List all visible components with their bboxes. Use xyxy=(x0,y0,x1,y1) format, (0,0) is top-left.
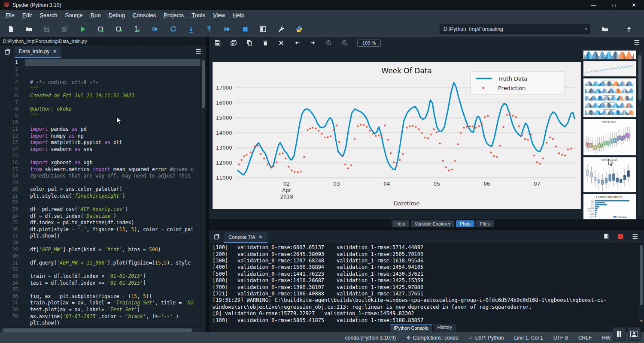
svg-text:Prediction: Prediction xyxy=(498,85,526,91)
save-plot-icon[interactable] xyxy=(214,39,221,46)
working-directory-combobox[interactable]: D:\Python_Imp\Forcasting ▾ xyxy=(440,24,590,34)
code-line: @author: okokp xyxy=(25,106,206,113)
run-selection-icon[interactable] xyxy=(128,23,146,36)
save-all-plots-icon[interactable] xyxy=(230,39,237,46)
pause-icon[interactable] xyxy=(613,327,626,341)
pane-tab-plots[interactable]: Plots xyxy=(456,220,474,227)
remove-plot-icon[interactable] xyxy=(262,39,269,46)
svg-text:hour: hour xyxy=(591,206,595,208)
line-number-gutter: 1234567891011121314151617181920212223242… xyxy=(0,58,25,327)
pane-tab-files[interactable]: Files xyxy=(476,220,494,227)
chevron-down-icon[interactable]: ▾ xyxy=(583,27,589,31)
minimize-icon[interactable]: — xyxy=(583,0,604,10)
run-cell-icon[interactable] xyxy=(92,23,110,36)
stop-icon[interactable] xyxy=(236,23,254,36)
menu-edit[interactable]: Edit xyxy=(18,10,36,21)
tab-ipython-console[interactable]: IPython Console xyxy=(390,324,432,332)
menu-projects[interactable]: Projects xyxy=(160,10,188,21)
continue-icon[interactable] xyxy=(218,23,236,36)
run-current-line-icon[interactable] xyxy=(164,23,182,36)
thumbnails-scrollbar[interactable] xyxy=(638,50,642,216)
svg-text:03: 03 xyxy=(334,181,340,187)
interrupt-kernel-icon[interactable] xyxy=(618,233,623,241)
console-line: [600] validation_0-rmse:1410.26687 valid… xyxy=(213,277,638,284)
console-pane: Console 7/A ✕ ☰ [100] validation_0-rmse:… xyxy=(209,230,644,332)
code-line: #predictions that are way off, may need … xyxy=(25,173,206,180)
run-cell-advance-icon[interactable] xyxy=(110,23,128,36)
open-file-icon[interactable] xyxy=(20,23,38,36)
save-all-icon[interactable] xyxy=(56,23,74,36)
previous-plot-icon[interactable] xyxy=(294,39,301,46)
menu-run[interactable]: Run xyxy=(87,10,105,21)
code-line: import pandas as pd xyxy=(25,126,206,133)
copy-console-icon[interactable] xyxy=(603,233,609,241)
plots-options-menu-icon[interactable]: ☰ xyxy=(634,39,640,47)
menu-view[interactable]: View xyxy=(209,10,229,21)
menu-file[interactable]: File xyxy=(2,10,18,21)
menu-consoles[interactable]: Consoles xyxy=(129,10,160,21)
svg-text:17000: 17000 xyxy=(216,85,232,91)
code-line: """ xyxy=(25,86,206,93)
menu-help[interactable]: Help xyxy=(229,10,248,21)
menu-tools[interactable]: Tools xyxy=(188,10,209,21)
editor-tab-bar: Data_train.py ✕ ☰ xyxy=(0,46,206,58)
editor-horizontal-scrollbar[interactable] xyxy=(0,327,206,332)
next-plot-icon[interactable] xyxy=(310,39,316,46)
mw-by-month-boxplot-thumbnail[interactable]: MW by month xyxy=(583,157,636,193)
tab-history[interactable]: History xyxy=(434,324,456,332)
code-line xyxy=(25,180,206,187)
zoom-level-indicator[interactable]: 109 % xyxy=(357,39,381,47)
console-output[interactable]: [100] validation_0-rmse:6007.65137 valid… xyxy=(209,243,644,324)
hourly-series-plot-thumbnail[interactable] xyxy=(583,61,636,77)
browse-console-tabs-icon[interactable] xyxy=(209,230,224,243)
parent-directory-button[interactable] xyxy=(620,23,638,36)
train-test-split-plot-thumbnail[interactable] xyxy=(583,50,636,60)
run-file-icon[interactable] xyxy=(74,23,92,36)
feature-importance-plot-thumbnail[interactable]: Feature Importancelag1lag2lag3hourdayofw… xyxy=(583,194,636,220)
menu-search[interactable]: Search xyxy=(36,10,61,21)
close-tab-icon[interactable]: ✕ xyxy=(52,48,57,54)
code-line xyxy=(25,266,206,273)
svg-text:Feature Importance: Feature Importance xyxy=(596,196,622,199)
status-corner-buttons xyxy=(613,327,641,341)
pane-tab-variable-explorer[interactable]: Variable Explorer xyxy=(411,220,455,227)
new-file-icon[interactable] xyxy=(2,23,20,36)
tab-console-7a[interactable]: Console 7/A ✕ xyxy=(224,232,267,243)
window-controls: — ◻ ✕ xyxy=(583,0,644,10)
code-line: df.index = pd.to_datetime(df.index) xyxy=(25,220,206,226)
pane-tab-help[interactable]: Help xyxy=(392,220,409,227)
preferences-icon[interactable] xyxy=(272,23,290,36)
copy-plot-icon[interactable] xyxy=(246,39,253,46)
zoom-in-icon[interactable] xyxy=(325,39,332,46)
close-all-plots-icon[interactable] xyxy=(278,39,285,46)
maximize-pane-icon[interactable] xyxy=(254,23,272,36)
cv-folds-plot-thumbnail[interactable] xyxy=(583,78,636,117)
console-options-menu-icon[interactable]: ☰ xyxy=(632,233,638,241)
browse-directory-button[interactable] xyxy=(596,23,614,36)
debug-file-icon[interactable] xyxy=(146,23,164,36)
console-scrollbar[interactable] xyxy=(639,244,644,323)
status-lsp-python: ✓LSP: Python xyxy=(469,335,504,341)
svg-text:Week Of Data: Week Of Data xyxy=(381,66,431,75)
mw-by-hour-boxplot-thumbnail[interactable]: MW by hour xyxy=(583,119,636,156)
python-path-icon[interactable] xyxy=(290,23,308,36)
tab-data-train-py[interactable]: Data_train.py ✕ xyxy=(15,46,61,58)
code-line xyxy=(25,253,206,260)
editor-options-menu-icon[interactable]: ☰ xyxy=(191,46,206,58)
editor-vertical-scrollbar[interactable] xyxy=(200,58,206,327)
step-into-icon[interactable] xyxy=(182,23,200,36)
zoom-out-icon[interactable] xyxy=(341,39,348,46)
preview-icon[interactable] xyxy=(628,327,641,341)
close-console-tab-icon[interactable]: ✕ xyxy=(258,234,263,240)
close-icon[interactable]: ✕ xyxy=(624,0,644,10)
step-return-icon[interactable] xyxy=(200,23,218,36)
code-line: import numpy as np xyxy=(25,133,206,140)
code-editor[interactable]: 1234567891011121314151617181920212223242… xyxy=(0,58,206,327)
menu-debug[interactable]: Debug xyxy=(105,10,129,21)
maximize-icon[interactable]: ◻ xyxy=(604,0,624,10)
save-icon[interactable] xyxy=(38,23,56,36)
svg-text:MW by month: MW by month xyxy=(601,159,617,161)
browse-tabs-icon[interactable] xyxy=(0,46,15,58)
menu-source[interactable]: Source xyxy=(61,10,87,21)
svg-text:MW by hour: MW by hour xyxy=(602,120,616,123)
